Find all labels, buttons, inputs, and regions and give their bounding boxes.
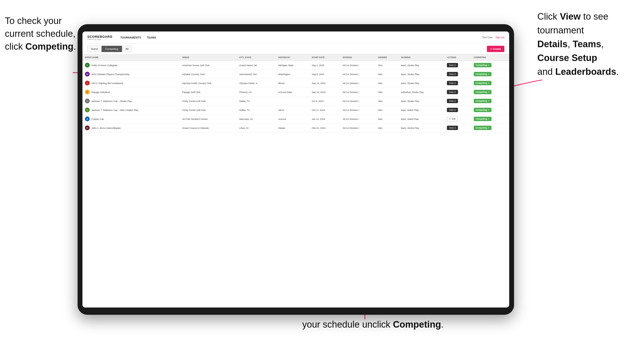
start-date-cell: Jan 14, 2024: [310, 115, 340, 124]
hosted-by-cell: Arizona: [276, 115, 310, 124]
city-state-cell: Dallas, TX: [237, 97, 276, 106]
start-date-cell: Sep 15, 2023: [310, 79, 340, 88]
hosted-by-cell: Hawaii: [276, 124, 310, 133]
tab-all[interactable]: All: [122, 46, 132, 52]
table-row: W 2023 Sahalee Players Championship Saha…: [82, 70, 509, 79]
competing-cell: Competing ✓: [471, 88, 509, 97]
venue-cell: Ocean Course At Hokuala: [180, 124, 237, 133]
view-button[interactable]: View ⊙: [447, 81, 458, 85]
city-state-cell: Lihue, HI: [237, 124, 276, 133]
table-container: EVENT NAME VENUE CITY, STATE HOSTED BY S…: [82, 54, 509, 308]
gender-cell: Men: [376, 88, 398, 97]
competing-cell: Competing ✓: [471, 79, 509, 88]
actions-cell: View ⊙: [444, 61, 471, 70]
hosted-by-cell: Illinois: [276, 79, 310, 88]
hosted-by-cell: Washington: [276, 70, 310, 79]
col-city-state: CITY, STATE: [237, 54, 276, 61]
city-state-cell: Maricopa, AZ: [237, 115, 276, 124]
scoring-cell: individual, Stroke Play: [398, 88, 445, 97]
competing-button[interactable]: Competing ✓: [474, 126, 492, 130]
view-button[interactable]: View ⊙: [447, 126, 458, 130]
event-name-cell: J Jackson T. Stephens Cup – Men's Match …: [82, 106, 180, 115]
division-cell: NCAA Division I: [340, 106, 376, 115]
team-logo: I: [85, 81, 90, 85]
sub-nav: Home Competing All + Create: [82, 44, 509, 54]
event-name-cell: W 2023 Sahalee Players Championship: [82, 70, 180, 79]
competing-button[interactable]: Competing ✓: [474, 90, 492, 94]
col-division: DIVISION: [340, 54, 376, 61]
venue-cell: Trinity Forest Golf Club: [180, 106, 237, 115]
start-date-cell: Oct 11, 2023: [310, 106, 340, 115]
city-state-cell: Dallas, TX: [237, 106, 276, 115]
competing-button[interactable]: Competing ✓: [474, 72, 492, 76]
gender-cell: Men: [376, 70, 398, 79]
nav-signout[interactable]: Sign out: [495, 36, 504, 39]
venue-cell: Olympia Fields Country Club: [180, 79, 237, 88]
sub-nav-tabs: Home Competing All: [87, 46, 132, 52]
team-logo: A: [85, 117, 90, 121]
event-name-cell: A Copper Cup: [82, 115, 180, 124]
col-event-name: EVENT NAME: [82, 54, 180, 61]
view-button[interactable]: View ⊙: [447, 63, 458, 67]
edit-button[interactable]: ✏ Edit: [447, 117, 458, 121]
scoring-cell: team, Match Play: [398, 106, 445, 115]
event-name-cell: I OFCC Fighting Illini Invitational: [82, 79, 180, 88]
col-actions: ACTIONS: [444, 54, 471, 61]
actions-cell: View ⊙: [444, 70, 471, 79]
scoring-cell: team, Match Play: [398, 115, 445, 124]
event-name: 2023 Sahalee Players Championship: [92, 73, 129, 76]
competing-button[interactable]: Competing ✓: [474, 117, 492, 121]
view-button[interactable]: View ⊙: [447, 108, 458, 112]
scoreboard-title: SCOREBOARD: [87, 35, 112, 38]
nav-teams[interactable]: TEAMS: [146, 35, 157, 40]
division-cell: NCAA Division I: [340, 70, 376, 79]
gender-cell: Men: [376, 106, 398, 115]
view-button[interactable]: View ⊙: [447, 72, 458, 76]
city-state-cell: Phoenix, AZ: [237, 88, 276, 97]
division-cell: NCAA Division I: [340, 61, 376, 70]
competing-button[interactable]: Competing ✓: [474, 63, 492, 67]
competing-button[interactable]: Competing ✓: [474, 108, 492, 112]
competing-cell: Competing ✓: [471, 115, 509, 124]
competing-cell: Competing ✓: [471, 70, 509, 79]
actions-cell: View ⊙: [444, 124, 471, 133]
city-state-cell: Grand Haven, MI: [237, 61, 276, 70]
division-cell: NCAA Division I: [340, 124, 376, 133]
event-name-cell: F Folds of Honor Collegiate: [82, 61, 180, 70]
actions-cell: View ⊙: [444, 106, 471, 115]
tournaments-table: EVENT NAME VENUE CITY, STATE HOSTED BY S…: [82, 54, 509, 133]
event-name: John A. Burns Intercollegiate: [92, 127, 121, 129]
tab-competing[interactable]: Competing: [102, 46, 122, 52]
start-date-cell: Sep 18, 2023: [310, 88, 340, 97]
competing-cell: Competing ✓: [471, 97, 509, 106]
start-date-cell: Feb 15, 2024: [310, 124, 340, 133]
view-button[interactable]: View ⊙: [447, 90, 458, 94]
table-row: J Jackson T. Stephens Cup – Men's Match …: [82, 106, 509, 115]
venue-cell: Trinity Forest Golf Club: [180, 97, 237, 106]
competing-button[interactable]: Competing ✓: [474, 99, 492, 103]
scoring-cell: team, Stroke Play: [398, 97, 445, 106]
table-row: H John A. Burns Intercollegiate Ocean Co…: [82, 124, 509, 133]
gender-cell: Men: [376, 115, 398, 124]
create-button[interactable]: + Create: [487, 46, 504, 52]
annotation-top-right: Click View to see tournament Details, Te…: [537, 10, 639, 79]
col-gender: GENDER: [376, 54, 398, 61]
competing-button[interactable]: Competing ✓: [474, 81, 492, 85]
tab-home[interactable]: Home: [87, 46, 102, 52]
col-scoring: SCORING: [398, 54, 445, 61]
actions-cell: ✏ Edit: [444, 115, 471, 124]
col-competing: COMPETING: [471, 54, 509, 61]
team-logo: F: [85, 63, 90, 68]
event-name: Folds of Honor Collegiate: [92, 64, 117, 67]
nav-tournaments[interactable]: TOURNAMENTS: [120, 35, 141, 40]
nav-bar: SCOREBOARD Powered by clippit TOURNAMENT…: [82, 31, 509, 44]
division-cell: NCAA Division I: [340, 79, 376, 88]
event-name: OFCC Fighting Illini Invitational: [92, 82, 123, 84]
view-button[interactable]: View ⊙: [447, 99, 458, 103]
venue-cell: Sahalee Country Club: [180, 70, 237, 79]
gender-cell: Men: [376, 124, 398, 133]
event-name-cell: H John A. Burns Intercollegiate: [82, 124, 180, 133]
team-logo: H: [85, 125, 90, 130]
table-row: F Folds of Honor Collegiate American Dun…: [82, 61, 509, 70]
event-name-cell: P Papago Individual: [82, 88, 180, 97]
